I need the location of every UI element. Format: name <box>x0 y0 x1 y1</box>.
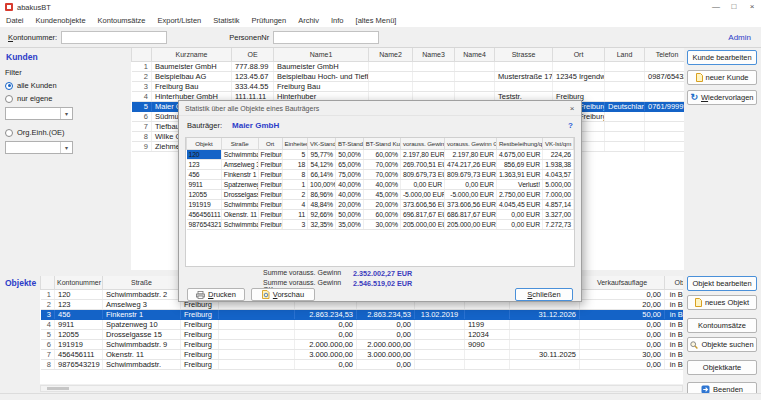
table-cell[interactable]: 2 <box>41 299 55 309</box>
table-cell[interactable]: 0,00 <box>357 319 415 329</box>
table-cell[interactable]: 2 <box>282 189 308 199</box>
close-button[interactable]: × <box>743 0 761 14</box>
table-cell[interactable]: 0,00 <box>295 329 357 339</box>
column-header[interactable]: Kontonummer <box>55 276 103 289</box>
column-header[interactable]: Einheiten <box>282 138 308 149</box>
table-cell[interactable]: 4 <box>41 319 55 329</box>
table-cell[interactable]: Beispielbau AG <box>152 71 232 81</box>
vorschau-button[interactable]: Vorschau <box>251 288 315 301</box>
kontonummer-input[interactable] <box>61 31 167 44</box>
table-row[interactable]: 191919SchwimmbadFreiburg448,84%20,00%20,… <box>187 199 574 209</box>
column-header[interactable]: vorauss. Gewinn GK <box>445 138 497 149</box>
table-cell[interactable]: 12055 <box>55 329 103 339</box>
table-cell[interactable]: Schwimmbadstr. 9 <box>103 339 181 349</box>
table-cell[interactable]: 1 <box>41 289 55 299</box>
table-cell[interactable] <box>465 309 510 319</box>
table-cell[interactable] <box>645 141 685 151</box>
table-cell[interactable]: 373.606,56 EUR <box>445 199 497 209</box>
table-cell[interactable]: 205.000,00 EUR <box>400 219 444 229</box>
table-cell[interactable]: Amselweg 3 <box>103 299 181 309</box>
table-cell[interactable]: 809.679,73 EUR <box>445 169 497 179</box>
column-header[interactable]: Telefon <box>645 48 685 61</box>
table-cell[interactable]: 0,00 EUR <box>496 219 542 229</box>
table-row[interactable]: 9876543219SchwimmbadFreiburg332,35%35,00… <box>187 219 574 229</box>
table-row[interactable]: 2Beispielbau AG123.45.67Beispielbau Hoch… <box>132 71 685 81</box>
table-row[interactable]: 512055Drosselgasse 15Freiburg0,000,00120… <box>41 329 684 339</box>
table-cell[interactable]: 0,00 <box>295 319 357 329</box>
table-cell[interactable]: 9911 <box>187 179 222 189</box>
table-cell[interactable]: 8 <box>282 169 308 179</box>
table-cell[interactable] <box>510 329 580 339</box>
menu-archiv[interactable]: Archiv <box>292 14 325 27</box>
table-cell[interactable]: 66,14% <box>308 169 336 179</box>
table-cell[interactable]: 123.45.67 <box>232 71 274 81</box>
table-cell[interactable]: 5 <box>41 329 55 339</box>
table-row[interactable]: 12055DrosselgasseFreiburg286,96%40,00%45… <box>187 189 574 199</box>
table-cell[interactable]: Freiburg <box>181 319 219 329</box>
table-cell[interactable]: in Bearbeitung <box>665 289 684 299</box>
table-cell[interactable]: 8 <box>41 359 55 369</box>
table-cell[interactable]: 100,00% <box>308 179 336 189</box>
table-cell[interactable]: Okenstr. 11 <box>221 209 258 219</box>
table-cell[interactable]: Freiburg <box>258 179 282 189</box>
table-cell[interactable] <box>415 319 465 329</box>
table-cell[interactable]: 123 <box>55 299 103 309</box>
table-cell[interactable]: 4.675,00 EUR <box>496 149 542 159</box>
column-header[interactable]: Ort <box>258 138 282 149</box>
table-cell[interactable]: 456456111 <box>55 349 103 359</box>
table-cell[interactable]: 3 <box>41 309 55 319</box>
table-cell[interactable]: 1199 <box>465 319 510 329</box>
table-cell[interactable] <box>413 71 455 81</box>
table-cell[interactable]: 2.197,80 EUR <box>400 149 444 159</box>
table-cell[interactable]: 7 <box>132 121 152 131</box>
table-cell[interactable] <box>605 141 645 151</box>
table-cell[interactable]: 333.44.55 <box>232 81 274 91</box>
table-cell[interactable]: 3.000.000,00 <box>295 349 357 359</box>
table-row[interactable]: 123Amselweg 3Freiburg1854,12%65,00%70,00… <box>187 159 574 169</box>
table-cell[interactable]: in Bearbeitung <box>665 349 684 359</box>
table-cell[interactable]: 456 <box>187 169 222 179</box>
table-cell[interactable]: 4 <box>282 199 308 209</box>
scrollbar-thumb[interactable] <box>47 387 69 390</box>
menu-statistik[interactable]: Statistik <box>207 14 245 27</box>
table-cell[interactable]: 0,00 <box>580 359 665 369</box>
minimize-button[interactable]: — <box>707 0 725 14</box>
table-cell[interactable] <box>605 61 645 71</box>
table-cell[interactable]: 809.679,73 EUR <box>400 169 444 179</box>
table-cell[interactable]: Schwimmbadstr. 2 <box>103 289 181 299</box>
menu-datei[interactable]: Datei <box>0 14 30 27</box>
table-cell[interactable]: in Bearbeitung <box>665 329 684 339</box>
table-cell[interactable]: 45,00% <box>363 189 400 199</box>
table-cell[interactable] <box>415 349 465 359</box>
table-cell[interactable]: 35,00% <box>335 219 363 229</box>
table-cell[interactable]: 65,00% <box>335 159 363 169</box>
table-cell[interactable]: 12055 <box>187 189 222 199</box>
table-cell[interactable] <box>553 61 605 71</box>
table-cell[interactable]: 4.043,57 <box>542 169 573 179</box>
table-cell[interactable]: Drosselgasse 15 <box>103 329 181 339</box>
table-cell[interactable] <box>415 329 465 339</box>
table-cell[interactable]: 373.606,56 EUR <box>400 199 444 209</box>
column-header[interactable]: VK-Ist/qm <box>542 138 573 149</box>
table-cell[interactable]: 11 <box>282 209 308 219</box>
personennr-input[interactable] <box>273 31 379 44</box>
table-cell[interactable]: 92,66% <box>308 209 336 219</box>
table-cell[interactable] <box>605 131 645 141</box>
column-header[interactable]: Ort <box>553 48 605 61</box>
column-header[interactable]: Name1 <box>274 48 369 61</box>
table-cell[interactable]: Freiburg <box>258 219 282 229</box>
table-cell[interactable]: 191919 <box>55 339 103 349</box>
table-cell[interactable] <box>219 319 295 329</box>
table-cell[interactable]: 3 <box>282 219 308 229</box>
oe-dropdown[interactable]: ▾ <box>5 141 73 154</box>
table-cell[interactable]: 12034 <box>465 329 510 339</box>
horizontal-scrollbar[interactable] <box>40 385 683 392</box>
table-cell[interactable] <box>605 121 645 131</box>
table-cell[interactable] <box>219 329 295 339</box>
table-cell[interactable]: 9876543219 <box>55 359 103 369</box>
table-cell[interactable]: 12345 Irgendwo <box>553 71 605 81</box>
table-cell[interactable] <box>219 309 295 319</box>
table-cell[interactable] <box>219 349 295 359</box>
radio-nur-eigene[interactable]: nur eigene <box>5 94 121 103</box>
table-cell[interactable] <box>219 359 295 369</box>
